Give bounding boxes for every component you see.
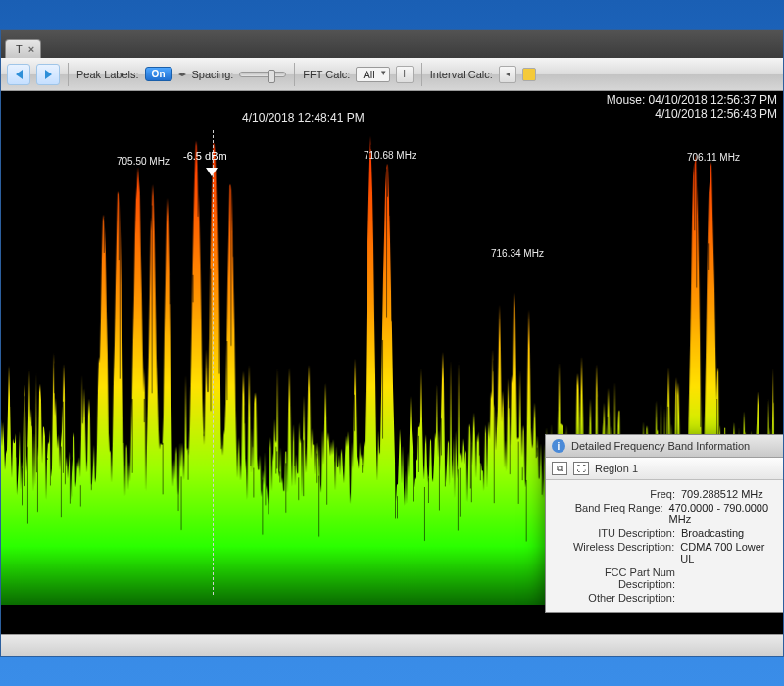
spectrum-view[interactable]: Mouse: 04/10/2018 12:56:37 PM 4/10/2018 …: [1, 91, 783, 634]
row-key: ITU Description:: [554, 527, 681, 539]
row-key: FCC Part Num Description:: [554, 566, 681, 590]
row-value: Broadcasting: [681, 527, 744, 539]
peak-labels-label: Peak Labels:: [76, 69, 139, 80]
tab-label: T: [16, 43, 23, 55]
spacing-slider[interactable]: [239, 72, 286, 77]
interval-left-button[interactable]: ◂: [499, 66, 516, 83]
copy-icon[interactable]: ⧉: [552, 462, 567, 475]
peak-labels-stepper[interactable]: ◂▸: [178, 70, 186, 78]
peak-labels-toggle[interactable]: On: [145, 67, 172, 81]
peak-label: 710.68 MHz: [364, 150, 416, 161]
expand-icon[interactable]: ⛶: [573, 462, 589, 475]
frequency-info-panel[interactable]: i Detailed Frequency Band Information ⧉ …: [545, 434, 783, 612]
separator: [68, 63, 69, 86]
tab-bar: T ×: [1, 30, 783, 58]
info-icon: i: [552, 439, 565, 453]
row-value: CDMA 700 Lower UL: [680, 541, 781, 564]
panel-subheader: ⧉ ⛶ Region 1: [546, 458, 783, 480]
peak-label: 706.11 MHz: [687, 152, 740, 163]
chevron-down-icon: [206, 168, 218, 176]
cursor-readout: -6.5 dBm: [183, 150, 227, 162]
nav-forward-button[interactable]: [36, 64, 60, 85]
panel-title-bar[interactable]: i Detailed Frequency Band Information: [546, 435, 783, 458]
fft-calc-dropdown[interactable]: All: [356, 67, 389, 82]
separator: [421, 63, 422, 86]
toolbar: Peak Labels: On ◂▸ Spacing: FFT Calc: Al…: [1, 58, 783, 91]
spacing-label: Spacing:: [192, 69, 234, 80]
row-value: 709.288512 MHz: [681, 488, 763, 500]
separator: [294, 63, 295, 86]
status-readout: Mouse: 04/10/2018 12:56:37 PM 4/10/2018 …: [607, 93, 777, 121]
nav-back-button[interactable]: [7, 64, 30, 85]
region-label: Region 1: [595, 463, 638, 474]
row-key: Freq:: [554, 488, 681, 500]
status-bar: [1, 634, 783, 656]
timestamp-cursor: 4/10/2018 12:48:41 PM: [242, 111, 365, 124]
interval-calc-label: Interval Calc:: [430, 69, 493, 80]
document-tab[interactable]: T ×: [5, 39, 41, 58]
panel-body: Freq:709.288512 MHz Band Freq Range:470.…: [546, 480, 783, 612]
row-value: 470.0000 - 790.0000 MHz: [669, 502, 781, 525]
peak-label: 705.50 MHz: [117, 156, 170, 167]
close-icon[interactable]: ×: [28, 43, 34, 55]
fft-info-button[interactable]: I: [396, 66, 414, 83]
mouse-time: 04/10/2018 12:56:37 PM: [649, 93, 777, 107]
row-key: Wireless Description:: [554, 541, 680, 564]
fft-calc-label: FFT Calc:: [303, 69, 350, 80]
row-key: Band Freq Range:: [554, 502, 669, 525]
panel-title: Detailed Frequency Band Information: [571, 440, 750, 452]
interval-marker-icon: [522, 68, 536, 81]
timestamp-right: 4/10/2018 12:56:43 PM: [655, 107, 777, 121]
cursor-line[interactable]: [213, 130, 214, 595]
row-key: Other Description:: [554, 592, 681, 604]
peak-label: 716.34 MHz: [491, 248, 544, 259]
app-window: T × Peak Labels: On ◂▸ Spacing: FFT Calc…: [0, 29, 784, 657]
mouse-label: Mouse:: [607, 93, 645, 107]
